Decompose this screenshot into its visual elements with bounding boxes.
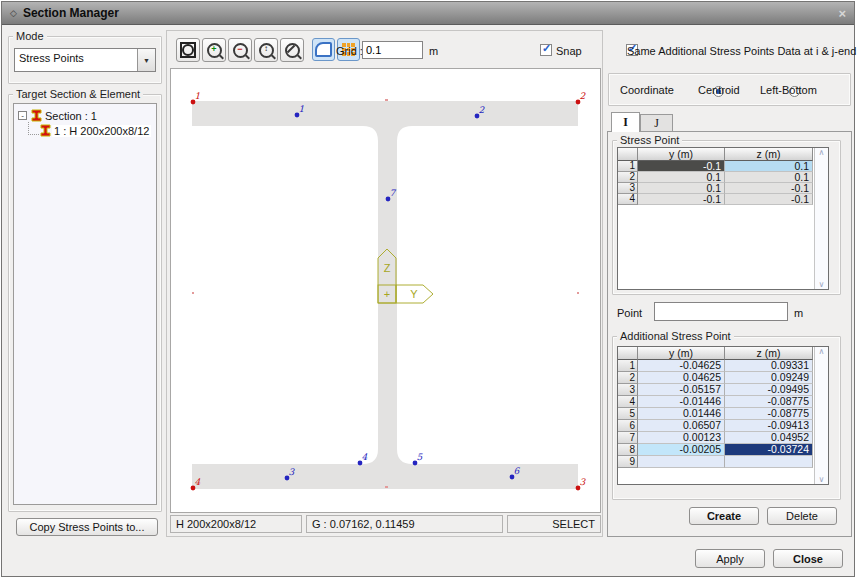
chevron-down-icon[interactable]: ▼ (137, 49, 155, 71)
additional-group-label: Additional Stress Point (617, 330, 734, 342)
zoom-previous-button[interactable] (280, 38, 304, 62)
copy-stress-points-button[interactable]: Copy Stress Points to... (16, 518, 158, 536)
table-cell[interactable]: -0.08775 (725, 408, 813, 420)
zoom-previous-icon (285, 43, 300, 58)
collapse-icon[interactable]: - (18, 111, 27, 120)
section-display-icon (315, 42, 332, 57)
guide-mark (385, 486, 388, 488)
row-number[interactable]: 4 (618, 396, 638, 408)
row-number[interactable]: 1 (618, 161, 638, 172)
table-scrollbar[interactable]: ∧∨ (814, 347, 828, 484)
tab-i[interactable]: I (611, 112, 640, 132)
zoom-in-button[interactable]: + (202, 38, 226, 62)
guide-mark (385, 99, 388, 101)
title-bar[interactable]: ◇ Section Manager × (2, 2, 854, 25)
row-number[interactable]: 8 (618, 444, 638, 456)
zoom-dynamic-button[interactable]: ↕ (254, 38, 278, 62)
row-number[interactable]: 3 (618, 183, 638, 194)
table-cell[interactable]: 0.1 (638, 172, 725, 183)
close-button[interactable]: Close (773, 549, 843, 568)
point-unit-label: m (794, 307, 803, 319)
table-cell[interactable]: -0.04625 (638, 360, 725, 372)
stress-point-label: 1 (195, 91, 201, 101)
target-tree[interactable]: - Section : 1 1 : H 200x200x8/12 (13, 103, 157, 505)
scroll-down-icon[interactable]: ∨ (819, 475, 825, 484)
zoom-fit-button[interactable] (176, 38, 200, 62)
table-row: 20.10.1 (618, 172, 828, 183)
table-cell[interactable]: -0.1 (638, 161, 725, 172)
create-button[interactable]: Create (689, 507, 759, 525)
table-corner (618, 347, 638, 360)
table-row: 1-0.10.1 (618, 161, 828, 172)
ibeam-icon (30, 109, 43, 122)
row-number[interactable]: 4 (618, 194, 638, 205)
table-cell[interactable] (725, 456, 813, 468)
table-cell[interactable] (638, 456, 725, 468)
table-cell[interactable]: 0.09249 (725, 372, 813, 384)
table-row: 50.01446-0.08775 (618, 408, 828, 420)
table-cell[interactable]: 0.04625 (638, 372, 725, 384)
scroll-up-icon[interactable]: ∧ (819, 148, 825, 157)
table-cell[interactable]: -0.08775 (725, 396, 813, 408)
close-icon[interactable]: × (838, 7, 846, 20)
scroll-up-icon[interactable]: ∧ (819, 347, 825, 356)
zoom-out-button[interactable]: − (228, 38, 252, 62)
table-cell[interactable]: 0.01446 (638, 408, 725, 420)
table-cell[interactable]: -0.09413 (725, 420, 813, 432)
table-cell[interactable]: 0.00123 (638, 432, 725, 444)
table-cell[interactable]: -0.1 (725, 194, 813, 205)
table-cell[interactable]: -0.01446 (638, 396, 725, 408)
row-number[interactable]: 2 (618, 172, 638, 183)
table-cell[interactable]: 0.09331 (725, 360, 813, 372)
table-cell[interactable]: -0.1 (725, 183, 813, 194)
table-cell[interactable]: -0.1 (638, 194, 725, 205)
table-cell[interactable]: -0.05157 (638, 384, 725, 396)
apply-button[interactable]: Apply (695, 549, 765, 568)
stress-point-table[interactable]: ∧∨ y (m)z (m)1-0.10.120.10.130.1-0.14-0.… (617, 147, 829, 290)
table-cell[interactable]: 0.04952 (725, 432, 813, 444)
table-cell[interactable]: -0.03724 (725, 444, 813, 456)
centroid-label: Centroid (698, 84, 740, 96)
row-number[interactable]: 2 (618, 372, 638, 384)
row-number[interactable]: 3 (618, 384, 638, 396)
mode-group-label: Mode (13, 30, 47, 42)
column-header: z (m) (725, 148, 813, 161)
row-number[interactable]: 1 (618, 360, 638, 372)
zoom-in-icon: + (207, 43, 222, 58)
stress-point-label: 2 (580, 91, 587, 101)
table-cell[interactable]: 0.1 (725, 161, 813, 172)
table-cell[interactable]: 0.1 (725, 172, 813, 183)
table-row: 1-0.046250.09331 (618, 360, 828, 372)
delete-button[interactable]: Delete (767, 507, 837, 525)
table-cell[interactable]: 0.06507 (638, 420, 725, 432)
ibeam-icon (39, 124, 52, 137)
dialog-title: Section Manager (23, 6, 119, 20)
table-cell[interactable]: -0.09495 (725, 384, 813, 396)
section-canvas[interactable]: Z + Y 12341234567 (170, 68, 601, 513)
point-input[interactable] (654, 302, 788, 321)
snap-checkbox[interactable] (540, 44, 552, 56)
row-number[interactable]: 6 (618, 420, 638, 432)
mode-dropdown[interactable]: Stress Points ▼ (14, 48, 156, 72)
mode-dropdown-value: Stress Points (15, 49, 137, 71)
grid-input[interactable] (362, 41, 423, 59)
grid-label: Grid : (336, 45, 363, 57)
table-cell[interactable]: -0.00205 (638, 444, 725, 456)
axis-z-label: Z (384, 262, 391, 274)
additional-stress-point-table[interactable]: ∧∨ y (m)z (m)1-0.046250.0933120.046250.0… (617, 346, 829, 485)
tab-j[interactable]: J (640, 114, 673, 132)
row-number[interactable]: 5 (618, 408, 638, 420)
tree-item-element[interactable]: 1 : H 200x200x8/12 (16, 123, 154, 138)
table-scrollbar[interactable]: ∧∨ (814, 148, 828, 289)
table-cell[interactable]: 0.1 (638, 183, 725, 194)
guide-mark (192, 292, 194, 294)
section-display-toggle[interactable] (312, 38, 335, 61)
zoom-fit-icon (180, 42, 196, 58)
table-row: 4-0.01446-0.08775 (618, 396, 828, 408)
row-number[interactable]: 7 (618, 432, 638, 444)
row-number[interactable]: 9 (618, 456, 638, 468)
scroll-down-icon[interactable]: ∨ (819, 280, 825, 289)
point-label: Point (617, 307, 642, 319)
same-data-label: Same Additional Stress Points Data at i … (627, 45, 856, 57)
dialog-dock-icon: ◇ (10, 8, 17, 18)
